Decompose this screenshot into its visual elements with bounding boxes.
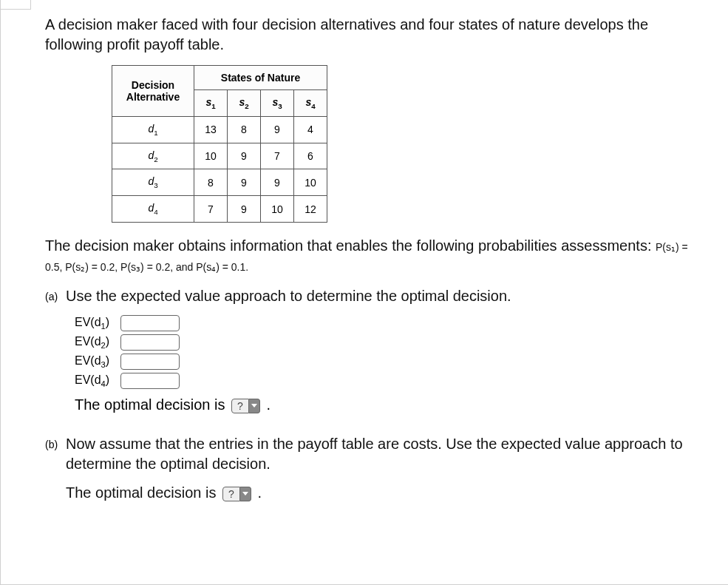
chevron-down-icon [249, 399, 260, 413]
row-d1: d1 [112, 116, 194, 143]
chevron-down-icon [240, 487, 251, 501]
ev-label-4: EV(d4) [75, 373, 120, 388]
row-d2: d2 [112, 143, 194, 169]
cell: 9 [261, 169, 294, 196]
part-b-label: (b) [45, 434, 66, 450]
table-row: d1 13 8 9 4 [112, 116, 327, 143]
part-a-label: (a) [45, 286, 66, 302]
prob-text: The decision maker obtains information t… [45, 236, 706, 276]
col-s1: s1 [194, 90, 228, 117]
cell: 6 [294, 143, 327, 169]
payoff-table: Decision Alternative States of Nature s1… [112, 65, 327, 223]
ev-input-d4[interactable] [120, 373, 180, 389]
optimal-b-select[interactable]: ? [222, 487, 251, 501]
cell: 9 [261, 116, 294, 143]
payoff-table-wrap: Decision Alternative States of Nature s1… [112, 65, 706, 223]
part-a: (a) Use the expected value approach to d… [45, 286, 706, 306]
optimal-a-line: The optimal decision is ? . [45, 396, 706, 413]
decision-header: Decision Alternative [112, 66, 194, 117]
cell: 4 [294, 116, 327, 143]
ev-label-1: EV(d1) [75, 316, 120, 331]
table-row: d3 8 9 9 10 [112, 169, 327, 196]
col-s4: s4 [294, 90, 327, 117]
ev-input-d1[interactable] [120, 315, 180, 331]
select-value: ? [222, 487, 240, 501]
optimal-a-select[interactable]: ? [231, 399, 260, 413]
tab-stub [1, 0, 31, 10]
cell: 7 [261, 143, 294, 169]
cell: 9 [228, 196, 261, 223]
row-d4: d4 [112, 196, 194, 223]
col-s3: s3 [261, 90, 294, 117]
col-s2: s2 [228, 90, 261, 117]
select-value: ? [231, 399, 249, 413]
cell: 9 [228, 169, 261, 196]
cell: 10 [194, 143, 228, 169]
part-b: (b) Now assume that the entries in the p… [45, 434, 706, 503]
cell: 8 [228, 116, 261, 143]
ev-row-3: EV(d3) [75, 354, 706, 370]
ev-input-d2[interactable] [120, 334, 180, 351]
table-row: d2 10 9 7 6 [112, 143, 327, 169]
cell: 7 [194, 196, 228, 223]
optimal-b-line: The optimal decision is ? . [66, 483, 706, 503]
row-d3: d3 [112, 169, 194, 196]
intro-text: A decision maker faced with four decisio… [45, 15, 706, 55]
ev-row-1: EV(d1) [75, 315, 706, 331]
ev-label-2: EV(d2) [75, 335, 120, 350]
cell: 12 [294, 196, 327, 223]
cell: 10 [294, 169, 327, 196]
question-panel: A decision maker faced with four decisio… [0, 0, 728, 585]
part-b-prompt: Now assume that the entries in the payof… [66, 434, 706, 474]
part-a-prompt: Use the expected value approach to deter… [66, 286, 706, 306]
cell: 8 [194, 169, 228, 196]
ev-row-4: EV(d4) [75, 373, 706, 389]
cell: 13 [194, 116, 228, 143]
cell: 10 [261, 196, 294, 223]
ev-row-2: EV(d2) [75, 334, 706, 351]
ev-label-3: EV(d3) [75, 354, 120, 369]
ev-inputs: EV(d1) EV(d2) EV(d3) EV(d4) [45, 315, 706, 389]
cell: 9 [228, 143, 261, 169]
table-row: d4 7 9 10 12 [112, 196, 327, 223]
states-header: States of Nature [194, 66, 327, 90]
ev-input-d3[interactable] [120, 354, 180, 370]
